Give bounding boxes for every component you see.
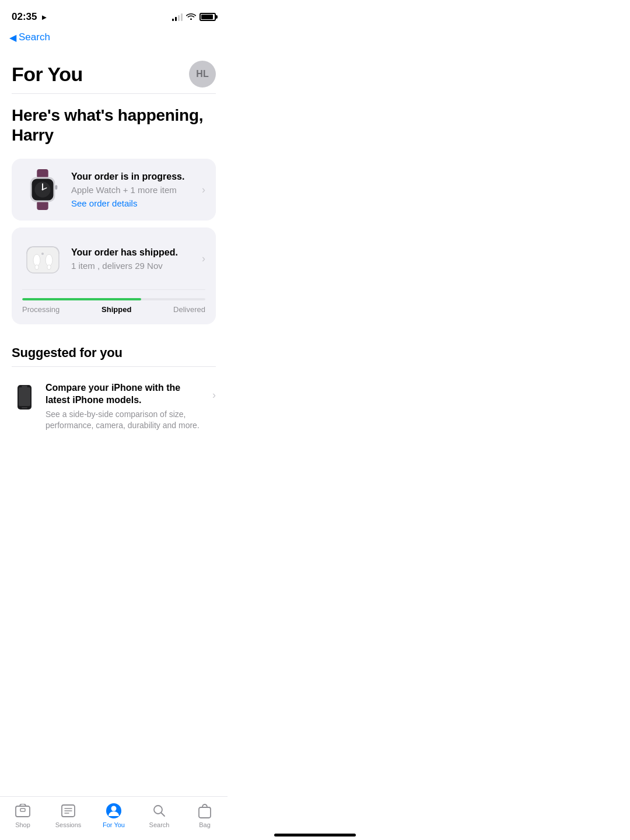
order-detail-2: 1 item , delivers 29 Nov	[71, 261, 202, 271]
progress-labels: Processing Shipped Delivered	[22, 305, 205, 314]
back-label: Search	[19, 32, 50, 43]
wifi-icon	[186, 12, 196, 22]
suggested-section-title: Suggested for you	[12, 345, 216, 360]
svg-point-14	[41, 253, 44, 255]
svg-point-10	[33, 254, 40, 266]
suggestion-title-1: Compare your iPhone with the latest iPho…	[46, 382, 204, 407]
back-button[interactable]: ◀ Search	[9, 32, 50, 43]
iphone-compare-icon	[12, 384, 37, 410]
svg-rect-8	[55, 185, 57, 190]
svg-point-7	[42, 189, 44, 191]
order-card-in-progress[interactable]: Your order is in progress. Apple Watch +…	[12, 159, 216, 220]
order-detail-1: Apple Watch + 1 more item	[71, 185, 202, 195]
order-status-1: Your order is in progress.	[71, 171, 202, 183]
header-divider	[12, 93, 216, 94]
svg-rect-11	[35, 265, 38, 270]
apple-watch-image	[22, 169, 63, 210]
svg-rect-17	[22, 386, 27, 387]
main-content: For You HL Here's what's happening, Harr…	[0, 49, 228, 494]
suggestion-text-1: Compare your iPhone with the latest iPho…	[46, 382, 204, 432]
page-title: For You	[12, 63, 83, 86]
status-icons	[172, 12, 216, 22]
svg-rect-16	[19, 387, 30, 406]
svg-rect-9	[27, 247, 59, 273]
suggested-divider	[12, 366, 216, 367]
bottom-spacer	[12, 441, 216, 494]
order-link-1[interactable]: See order details	[71, 198, 202, 208]
order-info-2: Your order has shipped. 1 item , deliver…	[71, 247, 202, 271]
back-chevron-icon: ◀	[9, 32, 16, 43]
airpods-image	[22, 238, 63, 279]
order-card-top-2: Your order has shipped. 1 item , deliver…	[22, 238, 205, 279]
status-bar: 02:35 ►	[0, 0, 228, 29]
order-chevron-1: ›	[202, 184, 205, 196]
order-status-2: Your order has shipped.	[71, 247, 202, 259]
welcome-heading: Here's what's happening, Harry	[12, 106, 216, 145]
order-card-left: Your order is in progress. Apple Watch +…	[22, 169, 202, 210]
order-card-left-2: Your order has shipped. 1 item , deliver…	[22, 238, 202, 279]
signal-icon	[172, 13, 183, 21]
progress-bar-fill	[22, 298, 141, 300]
svg-rect-1	[37, 201, 48, 211]
avatar[interactable]: HL	[189, 61, 216, 88]
order-card-top: Your order is in progress. Apple Watch +…	[22, 169, 205, 210]
svg-rect-18	[22, 407, 27, 408]
svg-point-12	[46, 254, 52, 266]
progress-bar-container	[22, 298, 205, 300]
svg-rect-13	[47, 265, 51, 270]
battery-icon	[200, 13, 216, 21]
page-header: For You HL	[12, 61, 216, 88]
progress-processing: Processing	[22, 305, 60, 314]
back-nav[interactable]: ◀ Search	[0, 29, 228, 49]
order-chevron-2: ›	[202, 253, 205, 265]
order-info-1: Your order is in progress. Apple Watch +…	[71, 171, 202, 208]
progress-shipped: Shipped	[102, 305, 131, 314]
progress-delivered: Delivered	[173, 305, 205, 314]
svg-rect-0	[37, 169, 48, 178]
suggestion-desc-1: See a side-by-side comparison of size, p…	[46, 409, 204, 432]
status-time: 02:35 ►	[12, 11, 48, 23]
shipping-progress: Processing Shipped Delivered	[22, 289, 205, 314]
suggestion-chevron-1: ›	[212, 389, 216, 401]
suggestion-item-1[interactable]: Compare your iPhone with the latest iPho…	[12, 373, 216, 441]
order-card-shipped[interactable]: Your order has shipped. 1 item , deliver…	[12, 228, 216, 324]
